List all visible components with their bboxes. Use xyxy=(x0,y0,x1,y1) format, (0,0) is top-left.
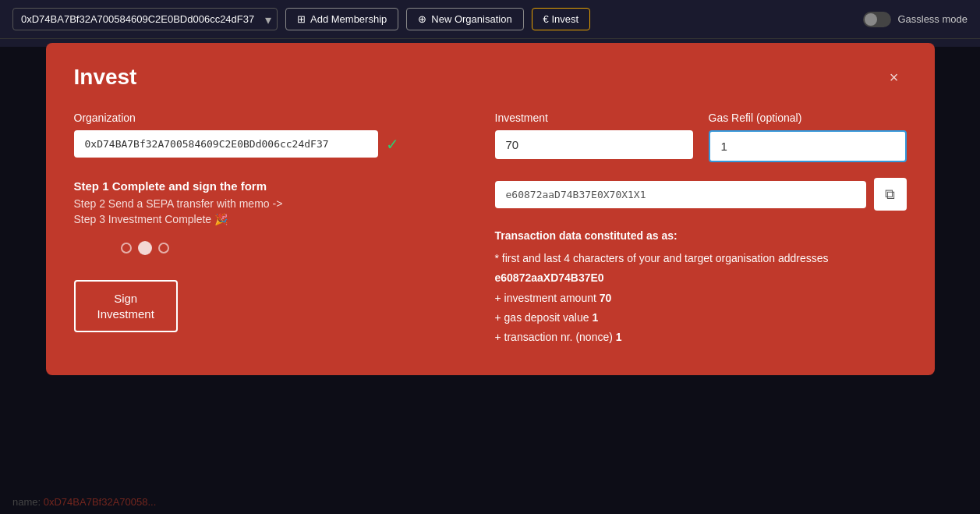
modal-body: Organization ✓ Step 1 Complete and sign … xyxy=(74,112,907,347)
dot-large xyxy=(138,241,152,255)
gas-refil-field-group: Gas Refil (optional) xyxy=(709,112,907,162)
copy-icon: ⧉ xyxy=(885,186,895,203)
organization-input[interactable] xyxy=(74,130,378,158)
gas-refil-label: Gas Refil (optional) xyxy=(709,112,907,124)
tx-data-title: Transaction data constituted as as: xyxy=(495,226,907,246)
tx-line4: + transaction nr. (nonce) 1 xyxy=(495,328,907,347)
steps-section: Step 1 Complete and sign the form Step 2… xyxy=(74,179,464,225)
toggle-switch[interactable] xyxy=(863,12,891,27)
memo-input[interactable] xyxy=(495,181,866,208)
dot-ring-2 xyxy=(158,243,169,253)
tx-line3: + gas deposit value 1 xyxy=(495,308,907,328)
gas-refil-input[interactable] xyxy=(709,130,907,162)
add-membership-button[interactable]: Add Membership xyxy=(285,8,398,30)
check-icon: ✓ xyxy=(386,135,399,154)
sign-investment-button[interactable]: Sign Investment xyxy=(74,280,178,332)
organization-label: Organization xyxy=(74,112,464,124)
topbar: 0xD74BA7Bf32A700584609C2E0BDd006cc24dF37… xyxy=(0,0,980,39)
memo-row: ⧉ xyxy=(495,178,907,211)
plus-circle-icon xyxy=(418,13,426,25)
membership-icon xyxy=(297,13,306,25)
modal-title: Invest xyxy=(74,65,137,90)
new-organisation-button[interactable]: New Organisation xyxy=(406,8,523,30)
tx-line2: + investment amount 70 xyxy=(495,289,907,308)
step3-label: Step 3 Investment Complete 🎉 xyxy=(74,213,464,225)
left-column: Organization ✓ Step 1 Complete and sign … xyxy=(74,112,464,347)
investment-label: Investment xyxy=(495,112,693,124)
gassless-mode-toggle[interactable]: Gassless mode xyxy=(863,12,968,27)
dot-ring-1 xyxy=(121,243,132,253)
copy-memo-button[interactable]: ⧉ xyxy=(874,178,907,211)
investment-field-group: Investment xyxy=(495,112,693,162)
loader-dots xyxy=(74,241,464,255)
step2-label: Step 2 Send a SEPA transfer with memo -> xyxy=(74,197,464,210)
modal-close-button[interactable]: × xyxy=(882,65,907,90)
investment-input[interactable] xyxy=(495,130,693,159)
transaction-info: Transaction data constituted as as: * fi… xyxy=(495,226,907,347)
right-column: Investment Gas Refil (optional) ⧉ Transa… xyxy=(495,112,907,347)
invest-modal: Invest × Organization ✓ Step 1 Complete … xyxy=(46,43,935,375)
step1-label: Step 1 Complete and sign the form xyxy=(74,179,464,193)
investment-fields-row: Investment Gas Refil (optional) xyxy=(495,112,907,162)
organization-row: ✓ xyxy=(74,130,464,158)
modal-header: Invest × xyxy=(74,65,907,90)
tx-line1: * first and last 4 characters of your an… xyxy=(495,249,907,288)
address-selector[interactable]: 0xD74BA7Bf32A700584609C2E0BDd006cc24dF37… xyxy=(12,8,278,30)
invest-button[interactable]: € Invest xyxy=(532,8,591,30)
